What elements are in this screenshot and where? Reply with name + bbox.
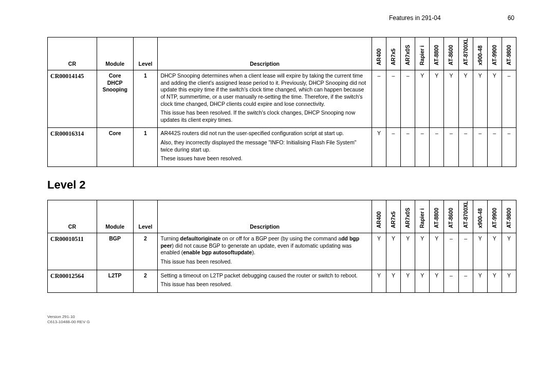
col-plat-3: Rapier i <box>415 38 430 70</box>
cell-platform: – <box>430 128 444 167</box>
cell-cr: CR00010511 <box>48 233 97 270</box>
col-plat-1: AR7x5 <box>386 200 400 233</box>
cell-platform: – <box>444 270 458 292</box>
cell-platform: Y <box>401 233 415 270</box>
page-number: 60 <box>508 14 514 22</box>
cell-level: 1 <box>133 128 158 167</box>
table-row: CR00010511BGP2Turning defaultoriginate o… <box>48 233 516 270</box>
cell-platform: – <box>473 128 487 167</box>
cell-platform: Y <box>487 270 502 292</box>
col-desc: Description <box>158 38 372 70</box>
cell-platform: Y <box>430 270 444 292</box>
cell-platform: – <box>372 70 386 128</box>
cell-platform: – <box>386 70 400 128</box>
cell-platform: Y <box>444 70 458 128</box>
col-plat-2: AR7x0S <box>401 38 415 70</box>
col-plat-1: AR7x5 <box>386 38 400 70</box>
cell-platform: Y <box>473 70 487 128</box>
features-table-1: CR Module Level Description AR400 AR7x5 … <box>47 37 516 167</box>
col-plat-5: AT-8600 <box>444 38 458 70</box>
features-table-2: CR Module Level Description AR400 AR7x5 … <box>47 200 516 293</box>
col-plat-8: AT-9900 <box>487 200 502 233</box>
cell-description: AR442S routers did not run the user-spec… <box>158 128 372 167</box>
cell-module: L2TP <box>97 270 133 292</box>
col-plat-6: AT-8700XL <box>458 200 473 233</box>
cell-level: 2 <box>133 233 158 270</box>
table-header-row: CR Module Level Description AR400 AR7x5 … <box>48 200 516 233</box>
cell-level: 2 <box>133 270 158 292</box>
cell-platform: – <box>458 233 473 270</box>
cell-platform: Y <box>401 270 415 292</box>
col-plat-6: AT-8700XL <box>458 38 473 70</box>
cell-platform: – <box>444 233 458 270</box>
cell-cr: CR00016314 <box>48 128 97 167</box>
cell-platform: – <box>502 70 516 128</box>
col-plat-7: x900-48 <box>473 38 487 70</box>
table-row: CR00016314Core1AR442S routers did not ru… <box>48 128 516 167</box>
col-plat-5: AT-8600 <box>444 200 458 233</box>
cell-module: Core <box>97 128 133 167</box>
cell-platform: Y <box>372 128 386 167</box>
cell-description: Turning defaultoriginate on or off for a… <box>158 233 372 270</box>
cell-platform: Y <box>415 70 430 128</box>
cell-level: 1 <box>133 70 158 128</box>
cell-platform: Y <box>386 270 400 292</box>
cell-platform: Y <box>502 270 516 292</box>
col-plat-4: AT-8800 <box>430 200 444 233</box>
cell-platform: Y <box>386 233 400 270</box>
section-heading: Level 2 <box>47 178 516 192</box>
col-plat-9: AT-9800 <box>502 200 516 233</box>
table-header-row: CR Module Level Description AR400 AR7x5 … <box>48 38 516 70</box>
cell-platform: – <box>386 128 400 167</box>
col-cr: CR <box>48 200 97 233</box>
col-plat-0: AR400 <box>372 200 386 233</box>
cell-platform: Y <box>415 270 430 292</box>
cell-platform: – <box>458 270 473 292</box>
cell-platform: Y <box>487 70 502 128</box>
cell-platform: Y <box>473 233 487 270</box>
cell-platform: – <box>502 128 516 167</box>
col-desc: Description <box>158 200 372 233</box>
cell-platform: – <box>415 128 430 167</box>
col-level: Level <box>133 200 158 233</box>
col-plat-0: AR400 <box>372 38 386 70</box>
col-module: Module <box>97 200 133 233</box>
table-row: CR00012564L2TP2Setting a timeout on L2TP… <box>48 270 516 292</box>
cell-description: Setting a timeout on L2TP packet debuggi… <box>158 270 372 292</box>
cell-module: BGP <box>97 233 133 270</box>
cell-platform: Y <box>473 270 487 292</box>
cell-cr: CR00014145 <box>48 70 97 128</box>
table-row: CR00014145CoreDHCPSnooping1DHCP Snooping… <box>48 70 516 128</box>
cell-platform: Y <box>372 270 386 292</box>
header-text: Features in 291-04 <box>389 14 441 22</box>
cell-platform: – <box>401 128 415 167</box>
cell-cr: CR00012564 <box>48 270 97 292</box>
col-plat-3: Rapier i <box>415 200 430 233</box>
cell-platform: Y <box>430 70 444 128</box>
cell-platform: Y <box>458 70 473 128</box>
col-plat-9: AT-9800 <box>502 38 516 70</box>
cell-platform: Y <box>415 233 430 270</box>
cell-platform: – <box>458 128 473 167</box>
col-plat-4: AT-8800 <box>430 38 444 70</box>
col-plat-7: x900-48 <box>473 200 487 233</box>
cell-platform: – <box>444 128 458 167</box>
col-plat-8: AT-9900 <box>487 38 502 70</box>
cell-platform: – <box>487 128 502 167</box>
col-cr: CR <box>48 38 97 70</box>
cell-platform: Y <box>487 233 502 270</box>
cell-description: DHCP Snooping determines when a client l… <box>158 70 372 128</box>
cell-platform: Y <box>372 233 386 270</box>
cell-platform: Y <box>502 233 516 270</box>
col-level: Level <box>133 38 158 70</box>
col-module: Module <box>97 38 133 70</box>
col-plat-2: AR7x0S <box>401 200 415 233</box>
page-footer: Version 291-10 C613-10488-00 REV G <box>47 314 516 325</box>
cell-module: CoreDHCPSnooping <box>97 70 133 128</box>
cell-platform: – <box>401 70 415 128</box>
page-header: Features in 291-04 60 <box>47 14 516 22</box>
footer-document: C613-10488-00 REV G <box>47 320 516 325</box>
cell-platform: Y <box>430 233 444 270</box>
footer-version: Version 291-10 <box>47 314 516 320</box>
